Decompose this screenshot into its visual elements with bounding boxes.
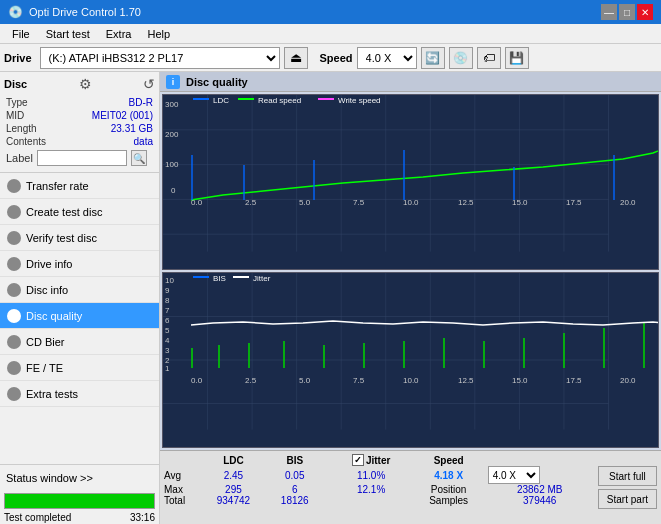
status-text-row: Test completed 33:16 [0,511,159,524]
status-bottom: Status window >> Test completed 33:16 [0,464,159,524]
total-ldc: 934742 [200,495,267,506]
svg-rect-81 [563,333,565,368]
charts-area: 300 200 100 0 18X 16X 14X 12X 10X 8X 6X … [160,92,661,450]
title-bar: 💿 Opti Drive Control 1.70 — □ ✕ [0,0,661,24]
disc-mid-val: MEIT02 (001) [92,110,153,121]
sidebar-item-cd-bier[interactable]: CD Bier [0,329,159,355]
disc-quality-icon: i [166,75,180,89]
disc-settings-icon[interactable]: ⚙ [79,76,92,92]
svg-rect-118 [233,276,249,278]
disc-label-input[interactable] [37,150,127,166]
svg-text:Jitter: Jitter [253,274,271,283]
svg-text:7.5: 7.5 [353,376,365,385]
svg-text:4: 4 [165,336,170,345]
svg-text:12.5: 12.5 [458,376,474,385]
svg-text:0.0: 0.0 [191,198,203,207]
svg-text:5.0: 5.0 [299,376,311,385]
maximize-button[interactable]: □ [619,4,635,20]
sidebar-item-drive-info[interactable]: Drive info [0,251,159,277]
svg-rect-82 [603,328,605,368]
bis-header: BIS [267,454,323,466]
sidebar: Disc ⚙ ↺ Type BD-R MID MEIT02 (001) Leng… [0,72,160,524]
svg-rect-80 [523,338,525,368]
save-button[interactable]: 💾 [505,47,529,69]
content-area: i Disc quality [160,72,661,524]
svg-rect-74 [283,341,285,368]
svg-rect-77 [403,341,405,368]
menu-start-test[interactable]: Start test [38,27,98,41]
disc-label-btn[interactable]: 🔍 [131,150,147,166]
app-icon: 💿 [8,5,23,19]
svg-text:200: 200 [165,130,179,139]
jitter-label: Jitter [366,455,390,466]
sidebar-item-verify-test-disc[interactable]: Verify test disc [0,225,159,251]
speed-select-stats[interactable]: 4.0 X [488,466,540,484]
svg-text:17.5: 17.5 [566,376,582,385]
refresh-button[interactable]: 🔄 [421,47,445,69]
svg-text:10.0: 10.0 [403,198,419,207]
disc-refresh-icon[interactable]: ↺ [143,76,155,92]
sidebar-item-disc-info[interactable]: Disc info [0,277,159,303]
stats-panel: LDC BIS ✓ Jitter Speed Avg [160,450,661,524]
svg-rect-16 [243,165,245,200]
menu-file[interactable]: File [4,27,38,41]
disc-label-key: Label [6,152,33,164]
minimize-button[interactable]: — [601,4,617,20]
disc-length-key: Length [6,123,37,134]
chart1: 300 200 100 0 18X 16X 14X 12X 10X 8X 6X … [162,94,659,270]
sidebar-item-extra-tests[interactable]: Extra tests [0,381,159,407]
stats-total-row: Total 934742 18126 Samples 379446 [164,495,592,506]
svg-rect-51 [193,98,209,100]
position-val: 23862 MB [488,484,592,495]
svg-rect-78 [443,338,445,368]
svg-text:8: 8 [165,296,170,305]
chart2-svg: 10 9 8 7 6 5 4 3 2 1 20% 16% 12% 8% 4% [163,273,658,447]
menu-help[interactable]: Help [139,27,178,41]
avg-jitter: 11.0% [333,466,410,484]
svg-text:5: 5 [165,326,170,335]
close-button[interactable]: ✕ [637,4,653,20]
svg-text:20.0: 20.0 [620,198,636,207]
sidebar-item-transfer-rate[interactable]: Transfer rate [0,173,159,199]
jitter-checkbox[interactable]: ✓ [352,454,364,466]
disc-button[interactable]: 💿 [449,47,473,69]
speed-val: 4.18 X [410,466,488,484]
status-text: Test completed [4,512,71,523]
disc-section: Disc ⚙ ↺ Type BD-R MID MEIT02 (001) Leng… [0,72,159,173]
disc-type-key: Type [6,97,28,108]
menu-extra[interactable]: Extra [98,27,140,41]
svg-text:7: 7 [165,306,170,315]
status-window-button[interactable]: Status window >> [0,465,159,491]
svg-text:Read speed: Read speed [258,96,301,105]
speed-select[interactable]: 4.0 X [357,47,417,69]
disc-mid-key: MID [6,110,24,121]
svg-rect-72 [218,345,220,368]
disc-section-title: Disc [4,78,27,90]
eject-button[interactable]: ⏏ [284,47,308,69]
svg-text:5.0: 5.0 [299,198,311,207]
svg-rect-76 [363,343,365,368]
sidebar-item-fe-te[interactable]: FE / TE [0,355,159,381]
drive-select[interactable]: (K:) ATAPI iHBS312 2 PL17 [40,47,280,69]
svg-text:10: 10 [165,276,174,285]
sidebar-item-create-test-disc[interactable]: Create test disc [0,199,159,225]
start-full-button[interactable]: Start full [598,466,657,486]
svg-rect-75 [323,345,325,368]
disc-label-row: Label 🔍 [4,148,155,168]
svg-rect-15 [191,155,193,200]
samples-val: 379446 [488,495,592,506]
label-button[interactable]: 🏷 [477,47,501,69]
menu-bar: File Start test Extra Help [0,24,661,44]
max-bis: 6 [267,484,323,495]
chart1-svg: 300 200 100 0 18X 16X 14X 12X 10X 8X 6X … [163,95,658,269]
svg-text:Write speed: Write speed [338,96,381,105]
time-text: 33:16 [130,512,155,523]
svg-text:0: 0 [171,186,176,195]
svg-text:2.5: 2.5 [245,376,257,385]
svg-text:2.5: 2.5 [245,198,257,207]
sidebar-item-disc-quality[interactable]: Disc quality [0,303,159,329]
start-part-button[interactable]: Start part [598,489,657,509]
progress-bar [5,494,154,508]
svg-text:BIS: BIS [213,274,226,283]
disc-type-val: BD-R [129,97,153,108]
